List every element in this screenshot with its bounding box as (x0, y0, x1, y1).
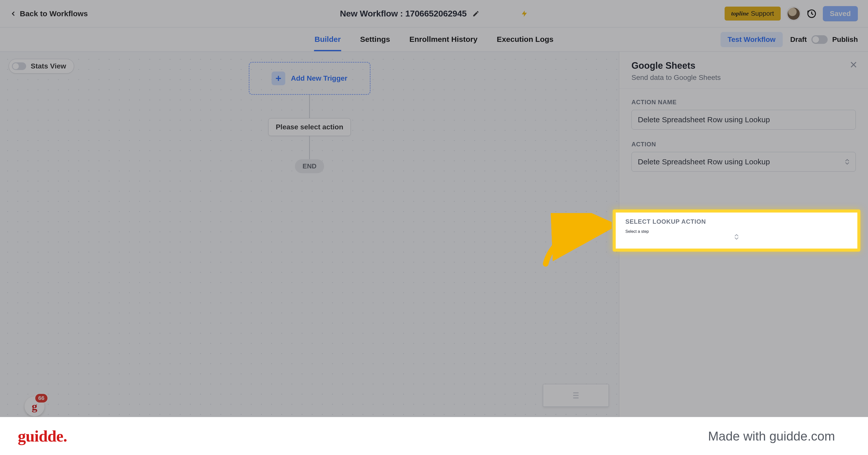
publish-label: Publish (832, 35, 858, 44)
lightning-icon[interactable] (521, 10, 528, 18)
action-select[interactable]: Delete Spreadsheet Row using Lookup (631, 152, 856, 172)
action-label: ACTION (631, 141, 856, 148)
footer: guidde. Made with guidde.com (0, 417, 868, 455)
publish-toggle[interactable] (811, 35, 828, 44)
support-button[interactable]: topline Support (724, 7, 780, 21)
workflow-title: New Workflow : 1706652062945 (340, 9, 466, 19)
guidde-badge-count: 66 (34, 393, 48, 403)
stats-view-switch[interactable] (12, 62, 26, 70)
sort-icon (625, 234, 848, 240)
panel-title: Google Sheets (631, 60, 856, 71)
test-workflow-button[interactable]: Test Workflow (720, 32, 783, 47)
action-name-input[interactable] (631, 110, 856, 130)
back-label: Back to Workflows (20, 9, 88, 18)
action-select-value: Delete Spreadsheet Row using Lookup (638, 158, 770, 166)
lookup-action-placeholder: Select a step (625, 229, 649, 234)
history-icon[interactable] (807, 9, 817, 19)
draft-label: Draft (790, 35, 807, 44)
tutorial-highlight: SELECT LOOKUP ACTION Select a step (613, 209, 860, 252)
lookup-action-label: SELECT LOOKUP ACTION (625, 218, 848, 225)
tab-builder[interactable]: Builder (314, 28, 341, 51)
panel-subtitle: Send data to Google Sheets (631, 73, 856, 82)
action-node-placeholder[interactable]: Please select action (268, 118, 350, 136)
back-to-workflows[interactable]: Back to Workflows (10, 9, 88, 18)
add-new-trigger-button[interactable]: Add New Trigger (249, 62, 371, 95)
action-name-label: ACTION NAME (631, 99, 856, 106)
support-brand: topline (731, 10, 749, 17)
connector-line (309, 95, 310, 118)
lookup-action-select[interactable]: Select a step (625, 229, 848, 240)
tab-enrollment-history[interactable]: Enrollment History (409, 28, 478, 51)
end-node: END (295, 159, 324, 173)
add-new-trigger-label: Add New Trigger (291, 74, 347, 83)
support-label: Support (751, 10, 774, 18)
tab-execution-logs[interactable]: Execution Logs (496, 28, 554, 51)
connector-line (309, 136, 310, 159)
canvas-minimap[interactable] (543, 384, 609, 407)
pencil-icon[interactable] (472, 10, 479, 17)
stats-view-label: Stats View (31, 62, 66, 70)
workflow-canvas[interactable]: Stats View Add New Trigger Please select… (0, 52, 619, 417)
sort-icon (845, 159, 849, 165)
tabs: Builder Settings Enrollment History Exec… (314, 28, 554, 51)
guidde-widget[interactable]: g 66 (24, 392, 47, 414)
guidde-logo: guidde. (18, 427, 67, 446)
close-icon[interactable] (849, 60, 858, 69)
tab-settings[interactable]: Settings (360, 28, 391, 51)
made-with-text: Made with guidde.com (708, 429, 835, 444)
avatar[interactable] (787, 7, 801, 21)
plus-icon (272, 71, 285, 85)
stats-view-toggle[interactable]: Stats View (9, 59, 74, 73)
tutorial-arrow-icon (540, 213, 612, 269)
saved-badge: Saved (823, 6, 858, 21)
chevron-left-icon (10, 10, 17, 17)
